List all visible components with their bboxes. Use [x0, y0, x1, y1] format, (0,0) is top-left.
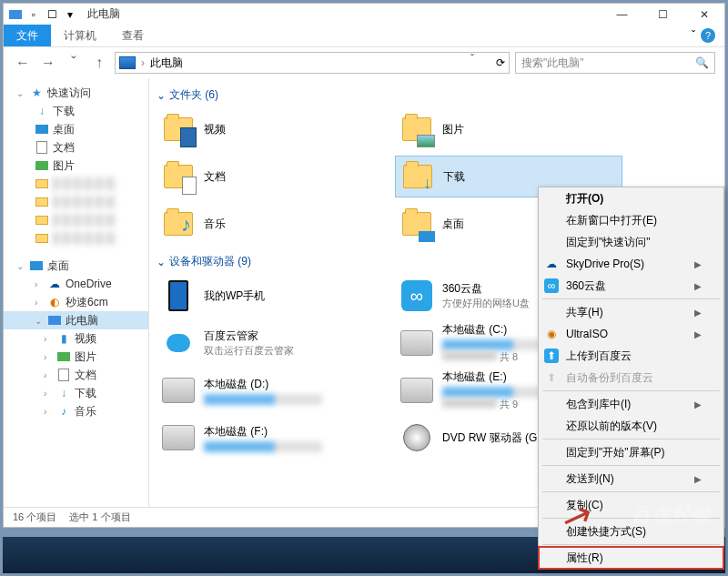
- breadcrumb-sep: ›: [141, 56, 145, 69]
- forward-button[interactable]: →: [38, 53, 58, 73]
- tile-documents[interactable]: 文档: [157, 156, 384, 197]
- tile-baidu-cloud[interactable]: 百度云管家双击运行百度云管家: [157, 322, 384, 364]
- qat-item[interactable]: ▫: [25, 6, 42, 23]
- qat-drop[interactable]: ▾: [62, 6, 78, 23]
- sidebar-music[interactable]: ›♪音乐: [4, 402, 148, 420]
- ctx-send-to[interactable]: 发送到(N)▶: [539, 468, 723, 490]
- backup-icon: ⬆: [544, 370, 559, 385]
- ctx-pin-quick[interactable]: 固定到"快速访问": [539, 231, 723, 253]
- sidebar-this-pc[interactable]: ⌄此电脑: [4, 311, 148, 329]
- nav-pane: ⌄★快速访问 ↓下载 桌面 文档 图片 ⌄桌面 ›☁OneDrive ›◐秒速6…: [4, 78, 149, 507]
- maximize-button[interactable]: ☐: [642, 4, 683, 25]
- sidebar-desktop2[interactable]: ⌄桌面: [4, 257, 148, 275]
- sidebar-quick-access[interactable]: ⌄★快速访问: [4, 84, 148, 102]
- addr-drop[interactable]: ˇ: [470, 53, 490, 73]
- window-controls: — ☐ ✕: [602, 4, 724, 25]
- minimize-button[interactable]: —: [602, 4, 642, 25]
- qat-item[interactable]: ☐: [44, 6, 60, 23]
- c360-icon: ∞: [544, 278, 559, 293]
- search-input[interactable]: 搜索"此电脑" 🔍: [515, 52, 715, 74]
- sidebar-documents2[interactable]: ›文档: [4, 366, 148, 384]
- app-icon[interactable]: [7, 6, 24, 23]
- tile-drive-f[interactable]: 本地磁盘 (F:): [157, 417, 384, 459]
- ribbon-collapse[interactable]: ˇ: [692, 29, 695, 42]
- sidebar-user[interactable]: ›◐秒速6cm: [4, 293, 148, 311]
- up-button[interactable]: ↑: [89, 53, 109, 73]
- quick-access-toolbar: ▫ ☐ ▾: [4, 6, 82, 23]
- ctx-upload-bdy[interactable]: ⬆上传到百度云: [539, 345, 723, 367]
- sidebar-pictures2[interactable]: ›图片: [4, 348, 148, 366]
- status-count: 16 个项目: [13, 510, 56, 524]
- address-row: ← → ˇ ↑ › 此电脑 ˇ ⟳ 搜索"此电脑" 🔍: [4, 47, 724, 78]
- tile-wp-phone[interactable]: 我的WP手机: [157, 275, 384, 317]
- ctx-pin-start[interactable]: 固定到"开始"屏幕(P): [539, 441, 723, 463]
- ctx-backup-bdy[interactable]: ⬆自动备份到百度云: [539, 367, 723, 389]
- group-folders-header[interactable]: ⌄文件夹 (6): [157, 87, 717, 103]
- status-selection: 选中 1 个项目: [69, 510, 130, 524]
- close-button[interactable]: ✕: [683, 4, 724, 25]
- help-icon[interactable]: ?: [701, 28, 715, 43]
- sidebar-onedrive[interactable]: ›☁OneDrive: [4, 275, 148, 293]
- ctx-open-new-window[interactable]: 在新窗口中打开(E): [539, 209, 723, 231]
- ctx-open[interactable]: 打开(O): [539, 187, 723, 209]
- sidebar-documents[interactable]: 文档: [4, 138, 148, 157]
- tile-pictures[interactable]: 图片: [395, 108, 622, 150]
- upload-icon: ⬆: [544, 349, 559, 363]
- sidebar-videos[interactable]: ›▮视频: [4, 329, 148, 348]
- sidebar-item-blur[interactable]: [4, 229, 148, 248]
- refresh-button[interactable]: ⟳: [496, 56, 505, 69]
- tab-computer[interactable]: 计算机: [51, 25, 109, 46]
- sidebar-downloads[interactable]: ↓下载: [4, 102, 148, 120]
- sidebar-downloads2[interactable]: ›↓下载: [4, 384, 148, 402]
- search-placeholder: 搜索"此电脑": [521, 56, 584, 71]
- ctx-properties[interactable]: 属性(R): [539, 547, 723, 569]
- ctx-ultraiso[interactable]: ◉UltraISO▶: [539, 323, 723, 345]
- pc-icon: [119, 56, 136, 69]
- ribbon: 文件 计算机 查看 ˇ ?: [4, 25, 724, 47]
- sidebar-pictures[interactable]: 图片: [4, 157, 148, 175]
- window-title: 此电脑: [82, 6, 602, 22]
- breadcrumb-item[interactable]: 此电脑: [150, 56, 183, 71]
- tile-videos[interactable]: 视频: [157, 108, 384, 150]
- ctx-360[interactable]: ∞360云盘▶: [539, 275, 723, 297]
- tab-view[interactable]: 查看: [109, 25, 157, 46]
- sidebar-item-blur[interactable]: [4, 193, 148, 211]
- ctx-restore[interactable]: 还原以前的版本(V): [539, 415, 723, 437]
- sidebar-desktop[interactable]: 桌面: [4, 120, 148, 138]
- titlebar: ▫ ☐ ▾ 此电脑 — ☐ ✕: [4, 4, 724, 25]
- address-bar[interactable]: › 此电脑 ˇ ⟳: [115, 52, 510, 74]
- sidebar-item-blur[interactable]: [4, 211, 148, 229]
- watermark: 百度经验: [632, 501, 712, 529]
- tile-music[interactable]: ♪音乐: [157, 203, 384, 245]
- ultraiso-icon: ◉: [544, 327, 559, 341]
- ctx-skydrive[interactable]: ☁SkyDrive Pro(S)▶: [539, 253, 723, 275]
- cloud-icon: ☁: [544, 257, 559, 271]
- sidebar-item-blur[interactable]: [4, 175, 148, 193]
- tab-file[interactable]: 文件: [4, 25, 51, 46]
- back-button[interactable]: ←: [13, 53, 33, 73]
- search-icon: 🔍: [695, 56, 709, 69]
- history-drop[interactable]: ˇ: [64, 53, 84, 73]
- tile-drive-d[interactable]: 本地磁盘 (D:): [157, 369, 384, 411]
- ctx-include-lib[interactable]: 包含到库中(I)▶: [539, 393, 723, 415]
- ctx-share[interactable]: 共享(H)▶: [539, 301, 723, 323]
